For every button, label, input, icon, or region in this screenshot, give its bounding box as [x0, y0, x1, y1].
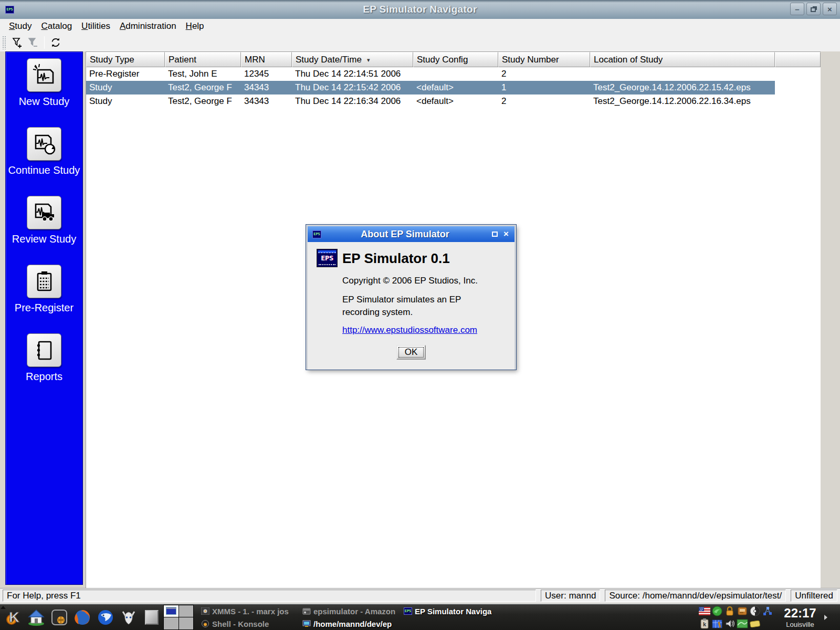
col-location[interactable]: Location of Study [590, 52, 775, 67]
sort-descending-icon: ▾ [367, 57, 370, 64]
task-home-dev-path[interactable]: /home/mannd/dev/ep [300, 617, 402, 630]
menubar: Study Catalog Utilities Administration H… [0, 19, 840, 34]
statusbar: For Help, press F1 User: mannd Source: /… [0, 588, 840, 603]
pre-register-icon [27, 265, 61, 298]
new-study-icon [27, 58, 61, 92]
minimize-button[interactable]: – [790, 3, 804, 15]
konsole-icon [201, 620, 209, 627]
sidebar-item-new-study[interactable]: New Study [6, 58, 82, 108]
organizer-calendar-icon[interactable] [712, 618, 722, 629]
pager-window-thumbnail [166, 607, 176, 615]
col-study-number[interactable]: Study Number [498, 52, 590, 67]
task-ep-simulator-navigator[interactable]: EPS EP Simulator Naviga [402, 605, 503, 617]
menu-help[interactable]: Help [181, 20, 209, 33]
eps-app-icon: EPS [317, 249, 338, 267]
terminal-icon [302, 620, 311, 627]
sidebar-label: Review Study [6, 233, 82, 245]
menu-administration[interactable]: Administration [115, 20, 181, 33]
dialog-close-button[interactable]: × [500, 229, 512, 239]
status-help: For Help, press F1 [3, 590, 536, 602]
ok-button[interactable]: OK [396, 345, 426, 360]
wallet-lock-icon[interactable] [725, 606, 734, 616]
col-patient[interactable]: Patient [165, 52, 241, 67]
status-source-path: Source: /home/mannd/dev/epsimulator/test… [605, 590, 786, 602]
description-text: EP Simulator simulates an EP recording s… [342, 293, 480, 319]
filter-remove-button[interactable] [25, 35, 41, 50]
pager-desktop-1[interactable] [164, 605, 178, 617]
pager-desktop-2[interactable] [179, 605, 194, 617]
restore-icon [492, 232, 498, 237]
sidebar-label: Pre-Register [6, 302, 82, 314]
col-filler [775, 52, 821, 67]
clock-time: 22:17 [776, 607, 824, 620]
refresh-icon [49, 36, 62, 49]
task-buttons: XMMS - 1. - marx jos epsimulator - Amazo… [199, 605, 503, 630]
menu-catalog[interactable]: Catalog [36, 20, 77, 33]
col-study-config[interactable]: Study Config [413, 52, 498, 67]
close-button[interactable]: × [823, 3, 837, 15]
task-epsimulator-amazon[interactable]: epsimulator - Amazon [300, 605, 402, 617]
svg-text:k: k [703, 621, 707, 627]
task-shell-konsole[interactable]: Shell - Konsole [199, 617, 300, 630]
menu-utilities[interactable]: Utilities [77, 20, 115, 33]
cd-player-icon[interactable] [750, 606, 760, 616]
sidebar-label: Reports [6, 371, 82, 383]
svg-text:K: K [9, 609, 19, 625]
window-title: EP Simulator Navigator [0, 4, 840, 15]
sidebar-item-continue-study[interactable]: Continue Study [6, 127, 82, 176]
clock[interactable]: 22:17 Louisville [776, 607, 824, 628]
toolbar-separator [44, 36, 45, 49]
col-mrn[interactable]: MRN [241, 52, 292, 67]
review-study-icon [27, 196, 61, 229]
show-desktop-icon[interactable] [142, 607, 161, 627]
panel-hide-arrow-right[interactable] [824, 605, 830, 630]
restore-icon [811, 7, 816, 12]
table-header: Study Type Patient MRN Study Date/Time▾ … [86, 52, 821, 67]
taskbar: K [0, 604, 840, 630]
task-empty-slot [402, 617, 503, 630]
firefox-icon[interactable] [72, 607, 92, 627]
suse-geeko-icon[interactable] [712, 606, 722, 616]
toolbar [0, 34, 840, 51]
panel-hide-arrow-left[interactable] [1, 606, 6, 609]
kwallet-panel-icon[interactable] [737, 606, 748, 616]
filter-add-icon [11, 36, 24, 49]
sidebar-item-pre-register[interactable]: Pre-Register [6, 265, 82, 314]
pager-desktop-4[interactable] [179, 617, 194, 629]
refresh-button[interactable] [48, 35, 64, 50]
network-monitor-icon[interactable] [762, 606, 773, 616]
menu-study[interactable]: Study [4, 20, 36, 33]
col-study-type[interactable]: Study Type [86, 52, 165, 67]
task-xmms[interactable]: XMMS - 1. - marx jos [199, 605, 300, 617]
restore-button[interactable] [806, 3, 821, 15]
home-folder-icon[interactable] [26, 607, 46, 627]
filter-add-button[interactable] [9, 35, 25, 50]
kde-menu-icon[interactable]: K [3, 607, 23, 627]
media-player-icon[interactable] [119, 607, 138, 627]
konsole-launcher-icon[interactable] [49, 607, 69, 627]
website-link[interactable]: http://www.epstudiossoftware.com [342, 325, 477, 335]
system-map-icon[interactable] [737, 619, 748, 628]
quick-launchers: K [0, 607, 161, 627]
window-titlebar[interactable]: EPS EP Simulator Navigator – × [0, 0, 840, 19]
keyboard-layout-us-flag-icon[interactable] [699, 607, 710, 615]
xmms-icon [201, 607, 209, 615]
thunderbird-icon[interactable] [96, 607, 115, 627]
sidebar-item-reports[interactable]: Reports [6, 333, 82, 383]
col-study-datetime[interactable]: Study Date/Time▾ [292, 52, 413, 67]
copyright-text: Copyright © 2006 EP Studios, Inc. [342, 276, 478, 286]
browser-window-icon [302, 607, 311, 615]
pager-desktop-3[interactable] [164, 617, 178, 629]
about-dialog: EPS About EP Simulator × EPS EP Simulato… [306, 225, 516, 370]
table-row[interactable]: Pre-Register Test, John E 12345 Thu Dec … [86, 67, 821, 81]
dialog-restore-button[interactable] [489, 229, 500, 239]
table-row-selected[interactable]: Study Test2, George F 34343 Thu Dec 14 2… [86, 81, 821, 94]
volume-mixer-icon[interactable] [724, 618, 735, 629]
dialog-titlebar[interactable]: EPS About EP Simulator × [308, 226, 514, 242]
klipper-clipboard-icon[interactable]: k [700, 618, 709, 629]
sidebar-label: Continue Study [6, 164, 82, 176]
soap-note-icon[interactable] [749, 620, 761, 628]
toolbar-drag-handle[interactable] [2, 36, 6, 49]
table-row[interactable]: Study Test2, George F 34343 Thu Dec 14 2… [86, 94, 821, 108]
sidebar-item-review-study[interactable]: Review Study [6, 196, 82, 245]
